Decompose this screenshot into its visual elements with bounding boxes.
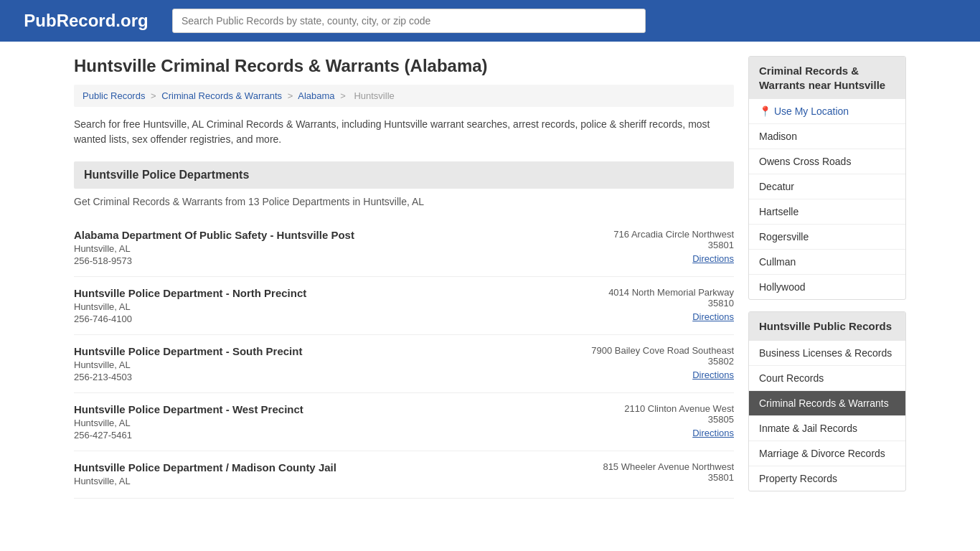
sidebar-location-madison[interactable]: Madison — [749, 124, 905, 149]
record-location: Huntsville, AL — [74, 476, 590, 486]
record-phone: 256-427-5461 — [74, 430, 590, 441]
page-description: Search for free Huntsville, AL Criminal … — [74, 117, 734, 147]
breadcrumb-public-records[interactable]: Public Records — [83, 90, 145, 101]
sidebar-inmate-jail-records[interactable]: Inmate & Jail Records — [749, 416, 905, 441]
site-header: PubRecord.org — [0, 0, 980, 42]
sidebar-public-records-title: Huntsville Public Records — [749, 312, 905, 341]
location-icon: 📍 — [759, 105, 774, 117]
sidebar-location-rogersville[interactable]: Rogersville — [749, 225, 905, 250]
breadcrumb-sep-3: > — [340, 90, 346, 101]
sidebar-court-records[interactable]: Court Records — [749, 366, 905, 391]
sidebar-business-licenses[interactable]: Business Licenses & Records — [749, 341, 905, 366]
breadcrumb-criminal-records[interactable]: Criminal Records & Warrants — [161, 90, 282, 101]
record-name: Huntsville Police Department - West Prec… — [74, 403, 590, 415]
record-name: Huntsville Police Department - North Pre… — [74, 287, 590, 299]
breadcrumb-sep-1: > — [151, 90, 156, 101]
sidebar-nearby-title: Criminal Records & Warrants near Huntsvi… — [749, 57, 905, 99]
record-location: Huntsville, AL — [74, 418, 590, 428]
page-body: Huntsville Criminal Records & Warrants (… — [60, 42, 920, 517]
records-list: Alabama Department Of Public Safety - Hu… — [74, 219, 734, 499]
record-street: 7900 Bailey Cove Road Southeast35802 — [591, 345, 734, 367]
record-name: Huntsville Police Department - South Pre… — [74, 345, 590, 357]
breadcrumb: Public Records > Criminal Records & Warr… — [74, 85, 734, 107]
record-info: Alabama Department Of Public Safety - Hu… — [74, 229, 590, 266]
sidebar-marriage-divorce-records[interactable]: Marriage & Divorce Records — [749, 441, 905, 466]
use-location-label: Use My Location — [774, 105, 849, 117]
record-item: Huntsville Police Department - North Pre… — [74, 277, 734, 335]
record-item: Huntsville Police Department - West Prec… — [74, 393, 734, 451]
record-phone: 256-213-4503 — [74, 372, 590, 382]
sidebar-nearby-box: Criminal Records & Warrants near Huntsvi… — [748, 56, 906, 300]
site-logo[interactable]: PubRecord.org — [14, 11, 158, 31]
record-phone: 256-746-4100 — [74, 314, 590, 324]
record-item: Alabama Department Of Public Safety - Hu… — [74, 219, 734, 277]
sidebar-location-hollywood[interactable]: Hollywood — [749, 275, 905, 299]
sidebar-location-owens-cross-roads[interactable]: Owens Cross Roads — [749, 149, 905, 174]
record-phone: 256-518-9573 — [74, 255, 590, 266]
record-info: Huntsville Police Department - South Pre… — [74, 345, 590, 382]
sidebar-property-records[interactable]: Property Records — [749, 466, 905, 491]
record-location: Huntsville, AL — [74, 359, 590, 370]
main-content: Huntsville Criminal Records & Warrants (… — [74, 56, 734, 503]
record-street: 2110 Clinton Avenue West35805 — [624, 403, 734, 425]
record-item: Huntsville Police Department / Madison C… — [74, 451, 734, 499]
record-location: Huntsville, AL — [74, 243, 590, 254]
record-street: 716 Arcadia Circle Northwest35801 — [613, 229, 734, 250]
record-location: Huntsville, AL — [74, 301, 590, 312]
breadcrumb-alabama[interactable]: Alabama — [298, 90, 334, 101]
sidebar-location-cullman[interactable]: Cullman — [749, 250, 905, 275]
directions-link[interactable]: Directions — [590, 369, 734, 380]
sidebar-location-decatur[interactable]: Decatur — [749, 174, 905, 199]
record-street: 4014 North Memorial Parkway35810 — [608, 287, 734, 309]
section-header: Huntsville Police Departments — [74, 161, 734, 189]
record-info: Huntsville Police Department / Madison C… — [74, 461, 590, 488]
directions-link[interactable]: Directions — [590, 311, 734, 322]
record-address: 815 Wheeler Avenue Northwest35801 — [590, 461, 734, 483]
record-street: 815 Wheeler Avenue Northwest35801 — [603, 461, 734, 483]
section-description: Get Criminal Records & Warrants from 13 … — [74, 196, 734, 207]
sidebar-location-hartselle[interactable]: Hartselle — [749, 199, 905, 225]
breadcrumb-sep-2: > — [288, 90, 293, 101]
record-address: 716 Arcadia Circle Northwest35801 Direct… — [590, 229, 734, 264]
record-address: 2110 Clinton Avenue West35805 Directions — [590, 403, 734, 438]
record-name: Huntsville Police Department / Madison C… — [74, 461, 590, 474]
directions-link[interactable]: Directions — [590, 253, 734, 264]
record-name: Alabama Department Of Public Safety - Hu… — [74, 229, 590, 241]
search-container — [172, 9, 646, 33]
search-input[interactable] — [172, 9, 646, 33]
sidebar: Criminal Records & Warrants near Huntsvi… — [748, 56, 906, 503]
record-address: 7900 Bailey Cove Road Southeast35802 Dir… — [590, 345, 734, 380]
sidebar-public-records-box: Huntsville Public Records Business Licen… — [748, 311, 906, 491]
record-item: Huntsville Police Department - South Pre… — [74, 335, 734, 393]
record-address: 4014 North Memorial Parkway35810 Directi… — [590, 287, 734, 322]
record-info: Huntsville Police Department - North Pre… — [74, 287, 590, 324]
breadcrumb-huntsville: Huntsville — [354, 90, 394, 101]
sidebar-use-location[interactable]: 📍 Use My Location — [749, 99, 905, 124]
sidebar-criminal-records[interactable]: Criminal Records & Warrants — [749, 391, 905, 416]
directions-link[interactable]: Directions — [590, 428, 734, 438]
record-info: Huntsville Police Department - West Prec… — [74, 403, 590, 441]
page-title: Huntsville Criminal Records & Warrants (… — [74, 56, 734, 76]
